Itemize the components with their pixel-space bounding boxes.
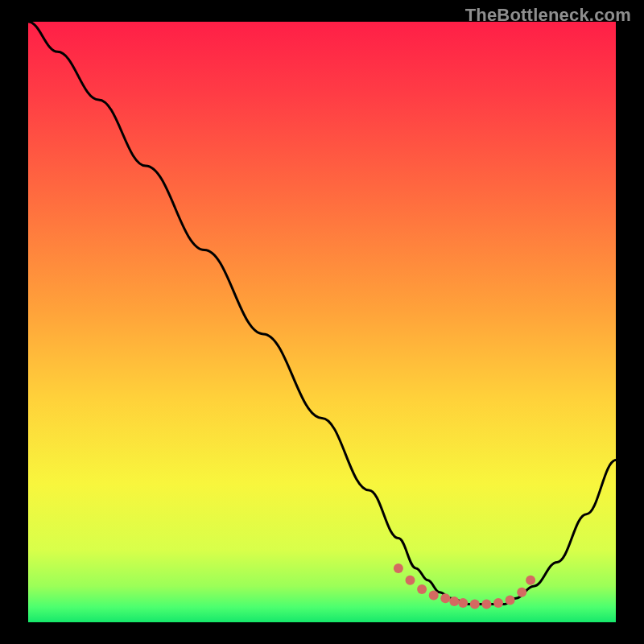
trough-dot	[429, 590, 439, 600]
trough-dot	[458, 598, 468, 608]
trough-dot	[481, 600, 491, 609]
trough-dot	[394, 564, 403, 573]
trough-dot	[449, 597, 459, 606]
trough-dot	[526, 576, 535, 585]
trough-dot	[493, 598, 503, 608]
trough-dot	[440, 593, 450, 603]
bottleneck-curve	[28, 22, 616, 622]
trough-dot	[417, 584, 427, 594]
trough-dot	[406, 576, 415, 585]
trough-dot	[506, 595, 515, 605]
trough-dot	[517, 588, 526, 597]
watermark-text: TheBottleneck.com	[465, 5, 631, 26]
trough-dot	[470, 600, 480, 609]
chart-frame: TheBottleneck.com	[0, 0, 644, 644]
plot-area	[28, 22, 616, 622]
